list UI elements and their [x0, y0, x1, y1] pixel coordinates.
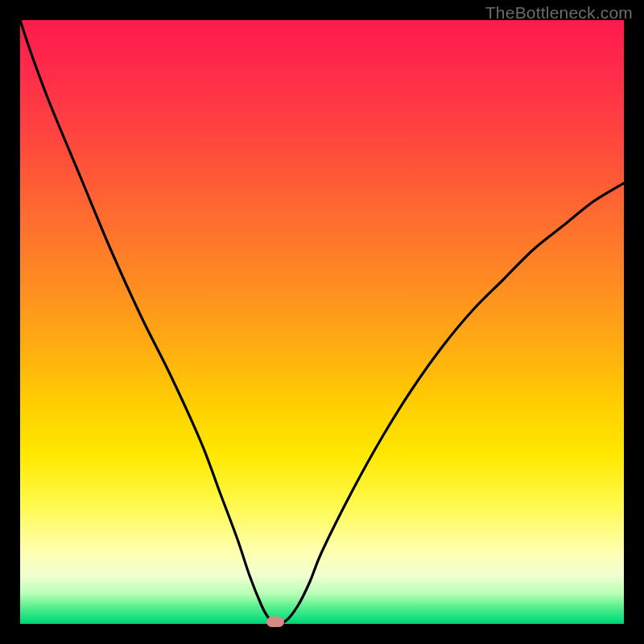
bottleneck-curve — [20, 20, 624, 624]
chart-frame: TheBottleneck.com — [0, 0, 644, 644]
min-marker — [266, 617, 284, 627]
curve-path — [20, 20, 624, 624]
watermark-text: TheBottleneck.com — [485, 3, 633, 23]
